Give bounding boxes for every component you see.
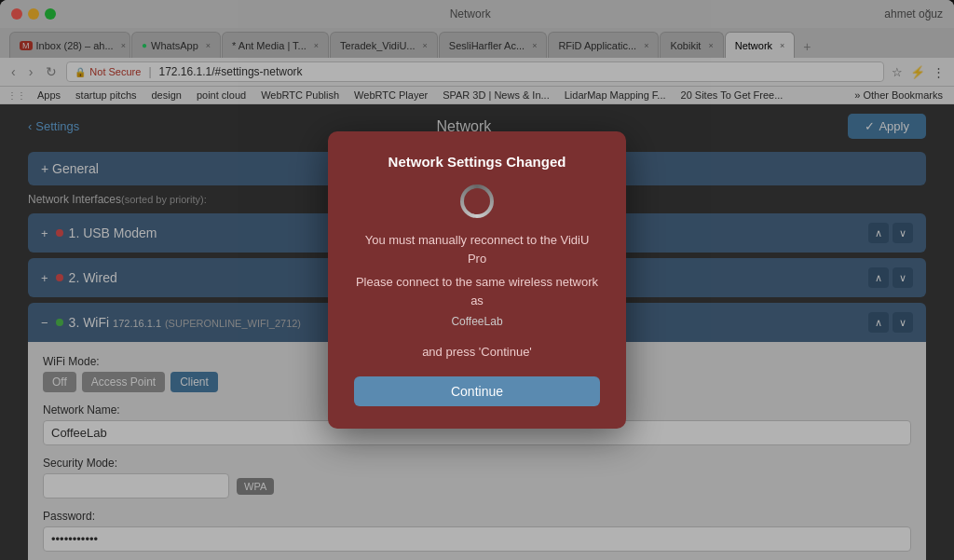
modal-continue-button[interactable]: Continue: [354, 376, 600, 406]
modal-title: Network Settings Changed: [354, 154, 600, 170]
modal-text-line2: Please connect to the same wireless netw…: [354, 273, 600, 309]
modal-overlay: Network Settings Changed You must manual…: [0, 0, 954, 560]
network-settings-changed-modal: Network Settings Changed You must manual…: [328, 131, 626, 429]
modal-network-name: CoffeeLab: [354, 315, 600, 328]
loading-spinner: [460, 184, 494, 218]
modal-text-line1: You must manually reconnect to the VidiU…: [354, 231, 600, 267]
modal-text-line3: and press 'Continue': [354, 343, 600, 362]
